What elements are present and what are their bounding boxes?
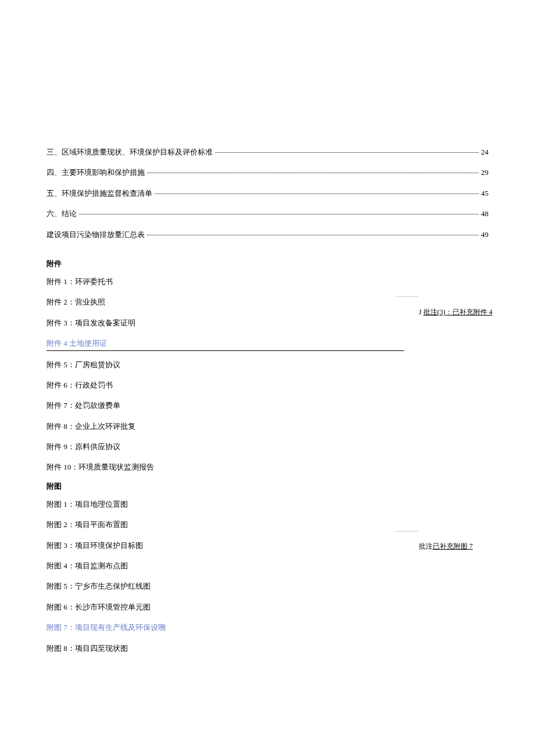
toc-page-number: 24 — [481, 145, 488, 159]
toc-text: 建设项目污染物排放量汇总表 — [47, 228, 145, 241]
figures-heading: 附图 — [47, 481, 488, 492]
table-of-contents: 三、区域环境质量现状、环境保护目标及评价标准 24 四、主要环境影响和保护措施 … — [47, 145, 488, 241]
annotation-text: 批注(3)：已补充附件 4 — [423, 308, 493, 316]
toc-text: 三、区域环境质量现状、环境保护目标及评价标准 — [47, 145, 213, 159]
annotation-prefix: 批注 — [419, 542, 433, 550]
attachment-item: 附件 9：原料供应协议 — [47, 440, 488, 453]
toc-entry: 六、结论 48 — [47, 207, 488, 220]
toc-leader-dots — [147, 235, 479, 235]
toc-leader-dots — [147, 173, 479, 173]
toc-leader-dots — [155, 194, 479, 194]
comment-annotation: J 批注(3)：已补充附件 4 — [419, 307, 493, 317]
attachment-item-commented: | 附件 4 土地使用证 — [47, 336, 488, 350]
attachment-item: 附件 3：项目发改备案证明 — [47, 316, 488, 329]
toc-leader-dots — [215, 152, 479, 153]
attachment-item: 附件 8：企业上次环评批复 — [47, 420, 488, 433]
comment-connector-line — [395, 531, 419, 532]
document-page: 三、区域环境质量现状、环境保护目标及评价标准 24 四、主要环境影响和保护措施 … — [0, 0, 535, 655]
toc-text: 五、环境保护措施监督检查清单 — [47, 187, 152, 200]
comment-bracket-icon: | — [47, 336, 48, 348]
toc-entry: 五、环境保护措施监督检查清单 45 — [47, 187, 488, 200]
toc-entry: 四、主要环境影响和保护措施 29 — [47, 166, 488, 179]
toc-page-number: 29 — [481, 166, 488, 179]
comment-annotation: 批注已补充附图 7 — [419, 542, 473, 551]
toc-page-number: 45 — [481, 187, 488, 200]
figure-item: 附图 2：项目平面布置图 — [47, 518, 488, 531]
attachment-item: 附件 10：环境质量现状监测报告 — [47, 460, 488, 474]
toc-entry: 建设项目污染物排放量汇总表 49 — [47, 228, 488, 241]
figure-item: 附图 6：长沙市环境管控单元图 — [47, 600, 488, 614]
comment-connector-line — [395, 296, 419, 297]
figure-item: 附图 1：项目地理位置图 — [47, 497, 488, 511]
figure-item: 附图 5：宁乡市生态保护红线图 — [47, 579, 488, 593]
figure-item-commented: 附图 7：项目现有生产线及环保设嗍 — [47, 621, 488, 634]
toc-page-number: 49 — [481, 228, 488, 241]
toc-text: 六、结论 — [47, 207, 77, 220]
attachments-heading: 附件 — [47, 259, 488, 269]
toc-leader-dots — [79, 214, 479, 214]
attachment-item: 附件 1：环评委托书 — [47, 275, 488, 288]
attachment-item: 附件 5：厂房租赁协议 — [47, 358, 488, 371]
attachment-item: 附件 6：行政处罚书 — [47, 378, 488, 392]
toc-page-number: 48 — [481, 207, 488, 220]
toc-entry: 三、区域环境质量现状、环境保护目标及评价标准 24 — [47, 145, 488, 159]
annotation-text: 已补充附图 7 — [433, 542, 473, 550]
figure-item: 附图 4：项目监测布点图 — [47, 559, 488, 572]
attachment-label-highlighted: 附件 4 土地使用证 — [47, 339, 107, 347]
figures-list: 附图 1：项目地理位置图 附图 2：项目平面布置图 附图 3：项目环境保护目标图… — [47, 497, 488, 655]
attachments-list: 附件 1：环评委托书 附件 2：营业执照 附件 3：项目发改备案证明 | 附件 … — [47, 275, 488, 474]
figure-item: 附图 8：项目四至现状图 — [47, 642, 488, 655]
annotation-prefix: J — [419, 308, 423, 316]
figure-label-highlighted: 附图 7：项目现有生产线及环保设嗍 — [47, 623, 166, 632]
toc-text: 四、主要环境影响和保护措施 — [47, 166, 145, 179]
attachment-item: 附件 7：处罚款缴费单 — [47, 399, 488, 412]
